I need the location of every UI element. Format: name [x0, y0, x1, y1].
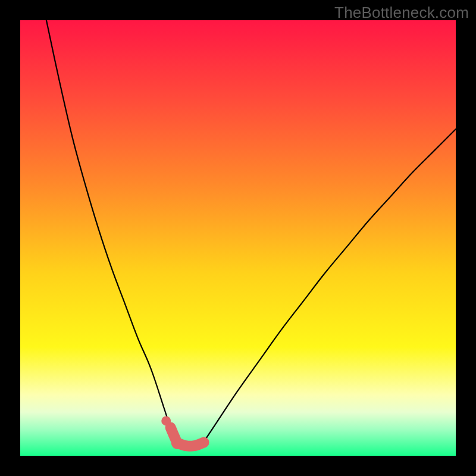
chart-frame: TheBottleneck.com [0, 0, 476, 476]
watermark-text: TheBottleneck.com [334, 4, 469, 22]
bottleneck-chart [20, 20, 456, 456]
valley-dot [161, 416, 171, 425]
